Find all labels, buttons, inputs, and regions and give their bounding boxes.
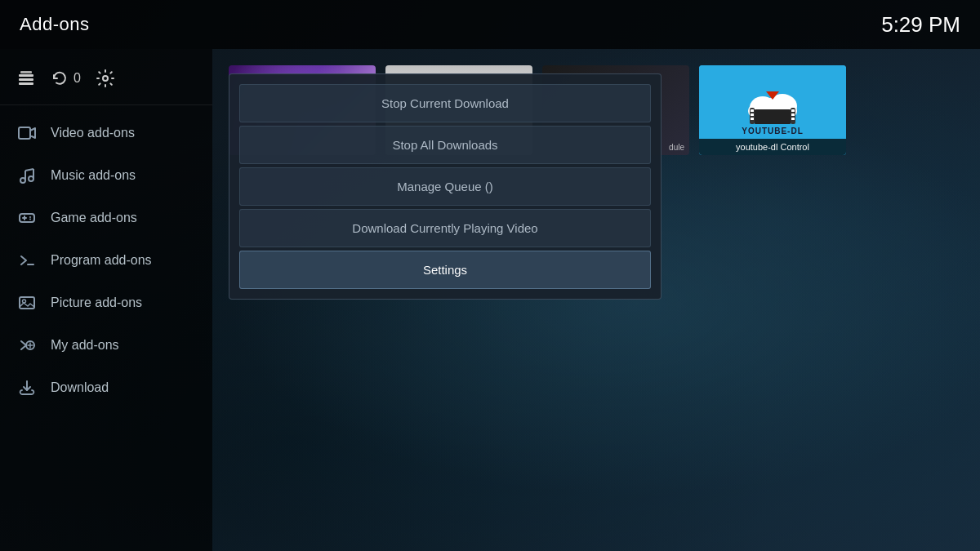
sidebar-label: Video add-ons — [51, 126, 135, 140]
svg-rect-3 — [20, 71, 32, 73]
sidebar-item-my-addons[interactable]: My add-ons — [0, 324, 212, 367]
refresh-count: 0 — [74, 71, 81, 86]
svg-point-16 — [29, 219, 31, 220]
sidebar-item-game-addons[interactable]: Game add-ons — [0, 197, 212, 239]
sidebar-label: My add-ons — [51, 338, 119, 353]
sidebar-item-video-addons[interactable]: Video add-ons — [0, 112, 212, 154]
sidebar-label: Program add-ons — [51, 253, 152, 268]
svg-rect-18 — [20, 297, 34, 309]
download-icon — [16, 377, 38, 398]
download-playing-video-button[interactable]: Download Currently Playing Video — [239, 209, 651, 247]
sidebar-item-program-addons[interactable]: Program add-ons — [0, 239, 212, 282]
context-menu-overlay: Stop Current Download Stop All Downloads… — [212, 49, 980, 551]
svg-marker-6 — [30, 128, 35, 138]
video-icon — [16, 122, 38, 144]
picture-icon — [16, 292, 38, 313]
svg-rect-2 — [19, 82, 33, 85]
page-title: Add-ons — [20, 14, 89, 35]
svg-point-15 — [29, 216, 31, 218]
sidebar-item-picture-addons[interactable]: Picture add-ons — [0, 282, 212, 324]
svg-rect-5 — [19, 127, 30, 139]
header: Add-ons 5:29 PM — [0, 0, 980, 49]
settings-button[interactable]: Settings — [239, 251, 651, 289]
svg-rect-0 — [19, 74, 33, 77]
manage-queue-button[interactable]: Manage Queue () — [239, 167, 651, 206]
settings-icon[interactable] — [96, 69, 115, 88]
clock: 5:29 PM — [881, 12, 960, 38]
stop-current-download-button[interactable]: Stop Current Download — [239, 84, 651, 122]
sidebar: 0 Video add-ons — [0, 49, 212, 551]
svg-line-11 — [25, 169, 33, 171]
program-icon — [16, 250, 38, 271]
sidebar-label: Download — [51, 380, 109, 395]
music-icon — [16, 165, 38, 186]
myaddons-icon — [16, 335, 38, 356]
layers-icon[interactable] — [16, 69, 36, 88]
svg-point-4 — [103, 76, 108, 81]
sidebar-toolbar: 0 — [0, 57, 212, 105]
game-icon — [16, 207, 38, 229]
sidebar-item-music-addons[interactable]: Music add-ons — [0, 154, 212, 197]
sidebar-item-download[interactable]: Download — [0, 367, 212, 409]
context-menu: Stop Current Download Stop All Downloads… — [229, 73, 662, 300]
sidebar-label: Game add-ons — [51, 211, 137, 225]
svg-rect-1 — [19, 78, 33, 81]
svg-point-19 — [23, 300, 26, 303]
sidebar-label: Music add-ons — [51, 168, 136, 183]
refresh-button[interactable]: 0 — [51, 69, 81, 87]
sidebar-label: Picture add-ons — [51, 295, 142, 310]
stop-all-downloads-button[interactable]: Stop All Downloads — [239, 126, 651, 164]
